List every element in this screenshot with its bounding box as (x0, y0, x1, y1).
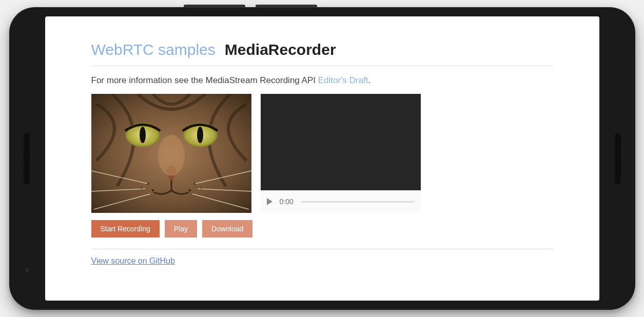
device-frame: WebRTC samples MediaRecorder For more in… (9, 7, 635, 310)
player-progress-bar[interactable] (301, 201, 415, 203)
play-icon[interactable] (267, 198, 272, 205)
header-link[interactable]: WebRTC samples (91, 41, 216, 58)
view-source-link[interactable]: View source on GitHub (91, 256, 175, 265)
svg-point-5 (158, 135, 185, 176)
device-camera (25, 268, 31, 274)
device-speaker-left (24, 133, 30, 184)
video-player-canvas (261, 94, 421, 190)
device-speaker-right (615, 133, 621, 184)
page-header: WebRTC samples MediaRecorder (91, 41, 553, 66)
camera-preview[interactable] (91, 94, 251, 213)
svg-point-3 (140, 127, 146, 143)
page-title: MediaRecorder (225, 41, 336, 58)
button-row: Start Recording Play Download (91, 220, 553, 237)
svg-point-8 (152, 189, 154, 191)
start-recording-button[interactable]: Start Recording (91, 220, 160, 237)
intro-text: For more information see the MediaStream… (91, 75, 553, 86)
player-timecode: 0:00 (280, 197, 294, 206)
intro-suffix: . (368, 75, 370, 85)
intro-prefix: For more information see the MediaStream… (91, 75, 318, 85)
video-player[interactable]: 0:00 (261, 94, 421, 213)
cat-illustration-icon (91, 94, 251, 213)
play-button[interactable]: Play (165, 220, 197, 237)
app-screen: WebRTC samples MediaRecorder For more in… (45, 16, 599, 301)
device-top-buttons (184, 5, 327, 8)
video-player-controls: 0:00 (261, 190, 421, 213)
intro-link[interactable]: Editor's Draft (318, 75, 368, 85)
media-row: 0:00 (91, 94, 553, 213)
divider (91, 249, 553, 249)
svg-point-11 (189, 189, 191, 191)
download-button[interactable]: Download (202, 220, 252, 237)
svg-point-4 (197, 127, 203, 143)
